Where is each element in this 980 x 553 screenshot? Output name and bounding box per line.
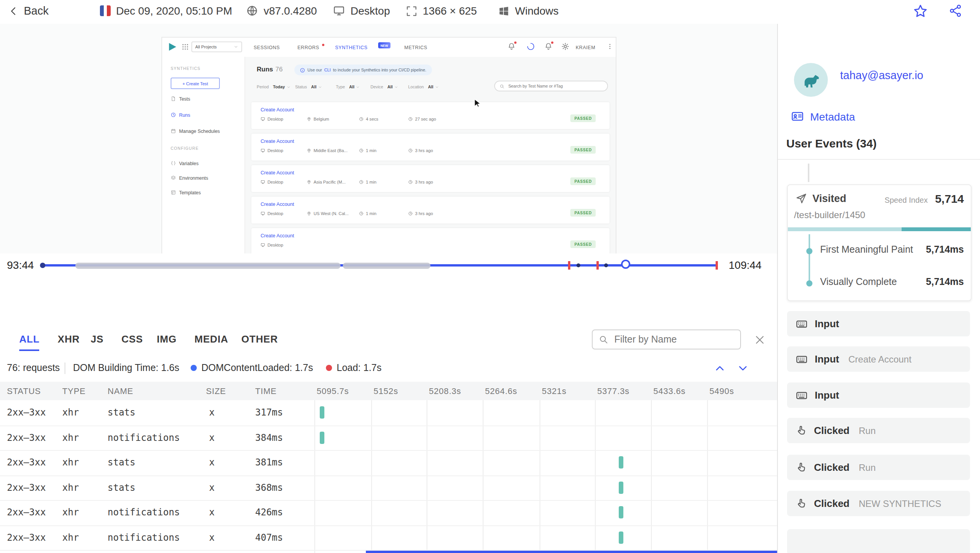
network-request-row[interactable]: 2xx–3xxxhrnotificationsx384ms bbox=[0, 425, 777, 451]
run-row: Create Account Desktop PASSED bbox=[251, 228, 610, 253]
run-name-link: Create Account bbox=[261, 201, 294, 207]
cli-info-pill: Use our CLI to include your Synthetics i… bbox=[294, 65, 432, 75]
avatar bbox=[794, 63, 828, 97]
events-timeline-connector bbox=[808, 164, 809, 182]
network-request-row[interactable]: 2xx–3xxxhrstatsx368ms bbox=[0, 475, 777, 501]
browser-version: v87.0.4280 bbox=[246, 5, 317, 17]
metric-timeline-line bbox=[809, 234, 810, 285]
time-axis-label: 5264.6s bbox=[485, 386, 517, 396]
location-pin-icon bbox=[307, 180, 311, 184]
time-axis-label: 5321s bbox=[542, 386, 566, 396]
share-icon[interactable] bbox=[948, 4, 962, 18]
filter-by-name-input[interactable] bbox=[613, 333, 734, 346]
favorite-star-icon[interactable] bbox=[913, 4, 928, 18]
event-item-input[interactable]: Input bbox=[787, 311, 970, 336]
dom-building-time: DOM Building Time: 1.6s bbox=[73, 363, 179, 373]
metric-name: First Meaningful Paint bbox=[820, 244, 913, 255]
metric-dot bbox=[806, 248, 812, 254]
time-ago-clock-icon bbox=[408, 148, 413, 153]
playhead[interactable] bbox=[621, 260, 630, 269]
replayed-nav: All Projects SESSIONS ERRORS SYNTHETICS … bbox=[162, 38, 616, 58]
time-ago-clock-icon bbox=[408, 180, 413, 184]
network-request-row[interactable]: 2xx–3xxxhrstatsx317ms bbox=[0, 400, 777, 426]
user-panel: tahay@asayer.io Metadata User Events (34… bbox=[777, 24, 980, 553]
synthetics-section-label: SYNTHETICS bbox=[171, 66, 201, 71]
run-name-link: Create Account bbox=[261, 138, 294, 144]
os-label: Windows bbox=[515, 5, 559, 17]
network-tab-media[interactable]: MEDIA bbox=[194, 333, 228, 349]
session-player-window: Back Dec 09, 2020, 05:10 PM v87.0.4280 D… bbox=[0, 0, 980, 553]
chevron-left-icon bbox=[8, 5, 19, 17]
next-request-chevron-down-icon[interactable] bbox=[736, 362, 749, 375]
back-label: Back bbox=[24, 5, 49, 17]
network-request-row[interactable]: 2xx–3xxxhrnotificationsx426ms bbox=[0, 500, 777, 526]
timeline-track[interactable] bbox=[42, 264, 718, 267]
network-tab-other[interactable]: OTHER bbox=[241, 333, 278, 349]
event-item-clicked[interactable]: ClickedRun bbox=[787, 418, 970, 443]
event-marker bbox=[604, 263, 608, 267]
alerts-notification-dot bbox=[551, 41, 553, 44]
metadata-link[interactable]: Metadata bbox=[791, 110, 855, 123]
pointer-icon bbox=[796, 462, 807, 473]
load-time: Load: 1.7s bbox=[326, 363, 382, 373]
network-request-row[interactable]: 2xx–3xxxhrstatsx381ms bbox=[0, 450, 777, 476]
network-request-row[interactable]: 2xx–3xxxhrnotificationsx407ms bbox=[0, 525, 777, 551]
filter-type: Type All bbox=[336, 84, 360, 89]
run-row: Create Account Desktop Belgium 4 secs 27… bbox=[251, 102, 610, 129]
run-name-link: Create Account bbox=[261, 107, 294, 112]
status-badge: PASSED bbox=[571, 146, 596, 154]
player-controls: Play Back 3x Skip Inactivity Network Fet… bbox=[0, 276, 777, 326]
chevron-down-icon bbox=[394, 85, 398, 89]
event-item-partial[interactable] bbox=[787, 529, 970, 553]
france-flag-icon bbox=[100, 5, 111, 16]
event-item-input[interactable]: InputCreate Account bbox=[787, 346, 970, 372]
prev-request-chevron-up-icon[interactable] bbox=[713, 362, 726, 375]
current-time: 93:44 bbox=[7, 259, 34, 271]
time-axis-label: 5490s bbox=[709, 386, 734, 396]
schedules-icon bbox=[171, 128, 176, 134]
run-row: Create Account Desktop Asia Pacific (M..… bbox=[251, 165, 610, 192]
sidebar-item-environments: Environments bbox=[171, 175, 208, 180]
sidebar-item-runs: Runs bbox=[171, 112, 190, 118]
replayed-sidebar: SYNTHETICS + Create Test Tests Runs Mana… bbox=[162, 57, 245, 253]
network-tab-css[interactable]: CSS bbox=[121, 333, 143, 349]
network-panel: ALL XHR JS CSS IMG MEDIA OTHER 76: reque… bbox=[0, 326, 777, 553]
device-icon bbox=[261, 180, 265, 184]
info-icon bbox=[300, 67, 305, 73]
variables-icon bbox=[171, 161, 176, 166]
inactivity-segment bbox=[75, 262, 341, 268]
network-tab-all[interactable]: ALL bbox=[19, 333, 40, 351]
event-item-clicked[interactable]: ClickedRun bbox=[787, 455, 970, 480]
time-axis-label: 5433.6s bbox=[653, 386, 686, 396]
blue-marker-dot bbox=[191, 365, 197, 371]
back-button[interactable]: Back bbox=[8, 5, 49, 17]
requests-count: 76: requests bbox=[7, 363, 60, 373]
time-ago-clock-icon bbox=[408, 211, 413, 216]
event-item-input[interactable]: Input bbox=[787, 382, 970, 408]
configure-section-label: CONFIGURE bbox=[171, 146, 199, 151]
col-type: TYPE bbox=[62, 386, 86, 396]
run-name-link: Create Account bbox=[261, 170, 294, 175]
metric-name: Visually Complete bbox=[820, 276, 897, 287]
status-badge: PASSED bbox=[571, 209, 596, 217]
time-axis-label: 5208.3s bbox=[429, 386, 461, 396]
event-item-clicked[interactable]: ClickedNEW SYNTHETICS bbox=[787, 491, 970, 516]
apps-grid-icon bbox=[181, 43, 189, 51]
device-icon bbox=[261, 243, 265, 247]
network-tab-js[interactable]: JS bbox=[91, 333, 103, 349]
device-label: Desktop bbox=[350, 5, 390, 17]
sidebar-item-templates: Templates bbox=[171, 190, 201, 195]
status-badge: PASSED bbox=[571, 177, 596, 185]
close-panel-icon[interactable] bbox=[754, 334, 766, 346]
speed-index-label: Speed Index bbox=[885, 196, 928, 204]
network-tab-xhr[interactable]: XHR bbox=[58, 333, 80, 349]
visited-event-card[interactable]: Visited Speed Index 5,714 /test-builder/… bbox=[787, 184, 972, 301]
replay-viewport[interactable]: All Projects SESSIONS ERRORS SYNTHETICS … bbox=[0, 24, 777, 253]
divider bbox=[65, 363, 65, 374]
filter-location: Location All bbox=[408, 84, 439, 89]
animal-avatar-icon bbox=[800, 69, 822, 91]
timeline: 93:44 109:44 bbox=[0, 253, 777, 276]
network-tab-img[interactable]: IMG bbox=[157, 333, 177, 349]
top-bar: Back Dec 09, 2020, 05:10 PM v87.0.4280 D… bbox=[0, 0, 980, 25]
run-name-link: Create Account bbox=[261, 233, 294, 238]
